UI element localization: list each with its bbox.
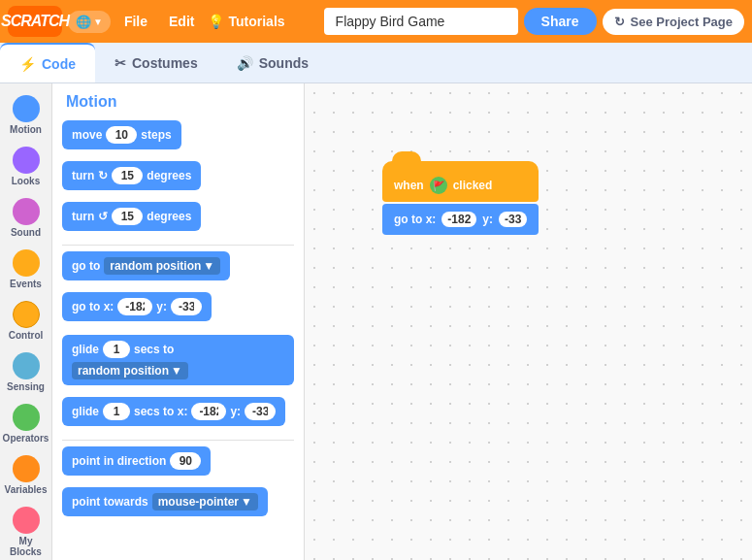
refresh-icon: ↻ — [614, 15, 625, 29]
sidebar-item-sensing[interactable]: Sensing — [3, 348, 49, 396]
sidebar-label-sensing: Sensing — [7, 381, 45, 392]
tabs-bar: ⚡ Code ✂ Costumes 🔊 Sounds — [0, 43, 752, 83]
block-point-direction[interactable]: point in direction — [62, 446, 211, 476]
tutorials-button[interactable]: 💡 Tutorials — [208, 14, 284, 29]
motion-dot — [13, 95, 40, 122]
cmd-text: go to x: — [394, 213, 436, 226]
sidebar-label-sound: Sound — [11, 227, 41, 238]
glide-secs-xy-input[interactable] — [103, 403, 130, 420]
canvas-block-group: when 🚩 clicked go to x: -182 y: -33 — [382, 161, 539, 235]
sidebar: Motion Looks Sound Events Control Sensin… — [0, 83, 52, 560]
block-glide-xy[interactable]: glide secs to x: y: — [62, 397, 285, 426]
sidebar-label-control: Control — [9, 330, 44, 341]
sidebar-label-looks: Looks — [12, 176, 40, 186]
turn-left-icon: ↺ — [98, 210, 108, 223]
file-menu[interactable]: File — [116, 10, 155, 33]
move-steps-input[interactable] — [106, 126, 137, 144]
sidebar-item-motion[interactable]: Motion — [3, 91, 49, 139]
glide-random-dropdown[interactable]: random position ▼ — [72, 362, 188, 379]
block-turn-right[interactable]: turn ↻ degrees — [62, 161, 201, 190]
goto-y-input[interactable] — [171, 298, 202, 315]
edit-menu[interactable]: Edit — [161, 10, 202, 33]
tab-code[interactable]: ⚡ Code — [0, 43, 95, 82]
sound-dot — [13, 198, 40, 225]
tab-sounds[interactable]: 🔊 Sounds — [217, 43, 328, 82]
sensing-dot — [13, 352, 40, 379]
script-area[interactable]: when 🚩 clicked go to x: -182 y: -33 — [305, 83, 752, 560]
sidebar-label-myblocks: My Blocks — [5, 536, 48, 557]
goto-x-input[interactable] — [117, 298, 152, 315]
project-name-input[interactable] — [324, 8, 518, 35]
sidebar-item-operators[interactable]: Operators — [3, 400, 49, 447]
dropdown-arrow-3: ▼ — [241, 495, 252, 509]
hat-when-text: when — [394, 179, 424, 192]
point-towards-dropdown[interactable]: mouse-pointer ▼ — [152, 493, 258, 511]
scratch-logo[interactable]: SCRATCH — [8, 6, 62, 37]
sidebar-item-control[interactable]: Control — [3, 297, 49, 345]
sidebar-label-events: Events — [10, 279, 42, 289]
top-nav: SCRATCH 🌐 ▼ File Edit 💡 Tutorials Share … — [0, 0, 752, 43]
events-dot — [13, 249, 40, 277]
sounds-icon: 🔊 — [237, 55, 253, 71]
code-icon: ⚡ — [19, 56, 36, 72]
turn-right-icon: ↻ — [98, 169, 108, 182]
tab-costumes[interactable]: ✂ Costumes — [95, 43, 217, 82]
canvas-x-value: -182 — [441, 212, 476, 227]
sidebar-item-myblocks[interactable]: My Blocks — [3, 503, 49, 560]
block-turn-left[interactable]: turn ↺ degrees — [62, 202, 201, 231]
point-direction-input[interactable] — [170, 452, 201, 470]
language-button[interactable]: 🌐 ▼ — [68, 11, 111, 33]
globe-icon: 🌐 — [76, 15, 91, 29]
globe-chevron: ▼ — [93, 16, 103, 27]
sidebar-label-motion: Motion — [10, 124, 42, 135]
see-project-button[interactable]: ↻ See Project Page — [603, 9, 745, 35]
costumes-icon: ✂ — [114, 55, 126, 71]
cmd-y-label: y: — [482, 213, 493, 226]
sidebar-item-sound[interactable]: Sound — [3, 194, 49, 242]
share-button[interactable]: Share — [524, 8, 597, 35]
lightbulb-icon: 💡 — [208, 14, 224, 29]
variables-dot — [13, 455, 40, 482]
myblocks-dot — [13, 507, 40, 534]
sidebar-item-events[interactable]: Events — [3, 246, 49, 293]
glide-y-input[interactable] — [245, 403, 276, 420]
dropdown-arrow: ▼ — [203, 259, 214, 273]
hat-clicked-text: clicked — [453, 179, 493, 192]
blocks-panel: Motion move steps turn ↻ degrees turn ↺ — [52, 83, 305, 560]
canvas-command-block[interactable]: go to x: -182 y: -33 — [382, 204, 539, 235]
block-goto-xy[interactable]: go to x: y: — [62, 292, 212, 321]
canvas-y-value: -33 — [499, 212, 527, 227]
block-point-towards[interactable]: point towards mouse-pointer ▼ — [62, 487, 268, 516]
glide-secs-input[interactable] — [103, 341, 130, 358]
sidebar-item-variables[interactable]: Variables — [3, 451, 49, 499]
dropdown-arrow-2: ▼ — [171, 364, 182, 378]
main-layout: Motion Looks Sound Events Control Sensin… — [0, 83, 752, 560]
block-move-steps[interactable]: move steps — [62, 120, 181, 149]
block-goto-random[interactable]: go to random position ▼ — [62, 251, 230, 280]
turn-right-input[interactable] — [112, 167, 143, 184]
sidebar-label-operators: Operators — [3, 433, 49, 444]
control-dot — [13, 301, 40, 328]
sidebar-item-looks[interactable]: Looks — [3, 143, 49, 190]
blocks-panel-title: Motion — [62, 93, 294, 111]
operators-dot — [13, 404, 40, 431]
flag-icon: 🚩 — [430, 177, 447, 194]
block-glide-random[interactable]: glide secs to random position ▼ — [62, 335, 294, 385]
turn-left-input[interactable] — [112, 208, 143, 225]
glide-x-input[interactable] — [191, 403, 226, 420]
looks-dot — [13, 147, 40, 174]
canvas-hat-block[interactable]: when 🚩 clicked — [382, 161, 539, 202]
goto-random-dropdown[interactable]: random position ▼ — [104, 257, 220, 275]
sidebar-label-variables: Variables — [5, 484, 48, 495]
